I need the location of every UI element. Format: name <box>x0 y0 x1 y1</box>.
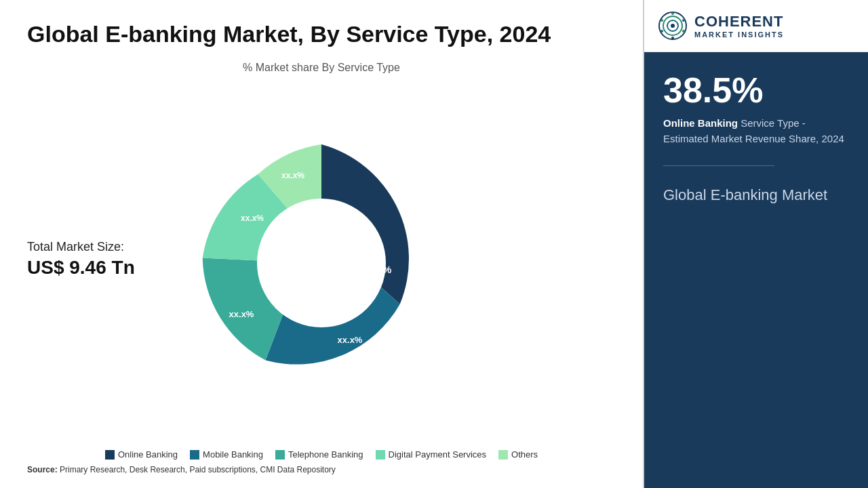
page-title: Global E-banking Market, By Service Type… <box>27 20 616 48</box>
legend-label-others: Others <box>511 449 538 460</box>
legend-color-mobile <box>190 450 199 460</box>
main-content: Global E-banking Market, By Service Type… <box>0 0 643 488</box>
label-others: xx.x% <box>281 171 304 180</box>
legend-label-mobile: Mobile Banking <box>203 449 263 460</box>
source-label: Source: <box>27 465 58 474</box>
legend-color-others <box>498 450 508 460</box>
legend-item-mobile: Mobile Banking <box>190 449 263 460</box>
chart-area: Total Market Size: US$ 9.46 Tn <box>27 81 616 445</box>
sidebar-divider <box>663 165 774 166</box>
svg-point-9 <box>660 19 663 22</box>
logo-text-block: COHERENT MARKET INSIGHTS <box>694 13 784 39</box>
market-size-label: Total Market Size: <box>27 240 135 254</box>
sidebar-description: Online Banking Service Type - Estimated … <box>663 116 849 146</box>
legend-item-online: Online Banking <box>105 449 178 460</box>
legend-item-telephone: Telephone Banking <box>275 449 363 460</box>
label-digital-payment: xx.x% <box>241 214 264 223</box>
logo-icon <box>658 11 688 41</box>
svg-point-8 <box>660 30 663 33</box>
legend-label-digital: Digital Payment Services <box>389 449 487 460</box>
sidebar-desc-bold: Online Banking <box>663 117 738 129</box>
svg-point-6 <box>682 30 685 33</box>
legend-color-online <box>105 450 115 460</box>
source-value: Primary Research, Desk Research, Paid su… <box>60 465 336 474</box>
highlight-percentage: 38.5% <box>663 73 849 108</box>
legend-label-telephone: Telephone Banking <box>288 449 363 460</box>
market-size-value: US$ 9.46 Tn <box>27 257 135 279</box>
legend-item-others: Others <box>498 449 538 460</box>
legend-color-digital <box>376 450 385 460</box>
sidebar: COHERENT MARKET INSIGHTS 38.5% Online Ba… <box>644 0 868 488</box>
label-telephone-banking: xx.x% <box>229 309 254 319</box>
legend-item-digital: Digital Payment Services <box>376 449 487 460</box>
donut-chart: 38.5% xx.x% xx.x% xx.x% xx.x% <box>193 134 450 392</box>
logo-section: COHERENT MARKET INSIGHTS <box>644 0 868 52</box>
svg-point-7 <box>671 37 674 39</box>
label-mobile-banking: xx.x% <box>338 335 363 345</box>
logo-company-name: COHERENT <box>694 13 784 30</box>
svg-point-5 <box>682 19 685 22</box>
chart-legend: Online Banking Mobile Banking Telephone … <box>27 449 616 460</box>
legend-label-online: Online Banking <box>118 449 178 460</box>
svg-point-4 <box>671 12 674 15</box>
donut-hole <box>257 199 386 327</box>
source-citation: Source: Primary Research, Desk Research,… <box>27 465 616 474</box>
sidebar-market-label: Global E-banking Market <box>663 185 849 206</box>
donut-svg: 38.5% xx.x% xx.x% xx.x% xx.x% <box>193 134 450 392</box>
label-online-banking: 38.5% <box>363 264 392 275</box>
logo-tagline: MARKET INSIGHTS <box>694 30 784 39</box>
market-size-block: Total Market Size: US$ 9.46 Tn <box>27 240 135 279</box>
chart-subtitle: % Market share By Service Type <box>27 62 616 74</box>
sidebar-content: 38.5% Online Banking Service Type - Esti… <box>644 52 868 488</box>
svg-point-3 <box>671 24 675 28</box>
legend-color-telephone <box>275 450 285 460</box>
